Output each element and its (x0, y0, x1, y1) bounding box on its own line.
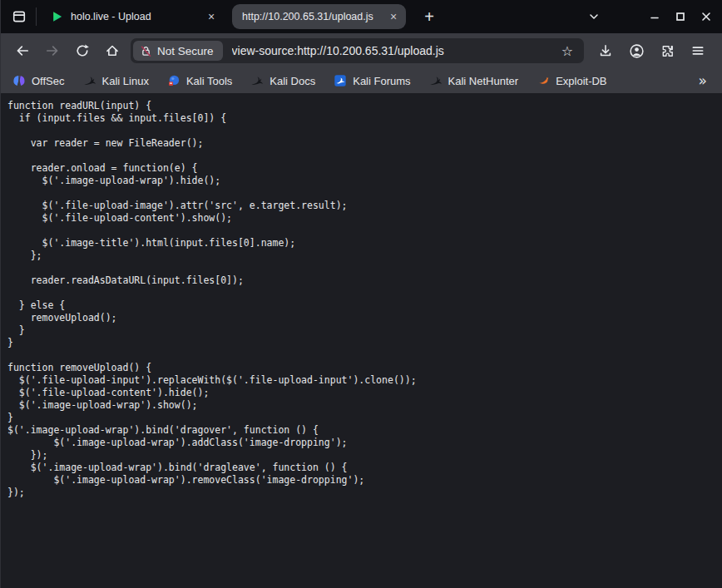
kali-tools-icon (167, 74, 180, 87)
maximize-button[interactable] (675, 11, 686, 22)
minimize-button[interactable] (649, 11, 660, 22)
tab-search-button[interactable] (7, 4, 32, 29)
kali-dragon-icon (429, 74, 443, 87)
forward-arrow-icon (45, 43, 60, 58)
bookmark-label: OffSec (32, 75, 65, 87)
bookmark-offsec[interactable]: OffSec (12, 74, 65, 87)
tab-close-icon[interactable]: × (386, 9, 401, 24)
bookmarks-overflow-chevron-icon[interactable]: » (699, 72, 707, 89)
back-button[interactable] (9, 37, 36, 64)
browser-menu-button[interactable] (685, 37, 711, 64)
close-window-button[interactable] (700, 11, 712, 22)
bookmark-kali-docs[interactable]: Kali Docs (250, 74, 315, 87)
bookmark-kali-tools[interactable]: Kali Tools (167, 74, 232, 87)
chevron-down-icon (587, 10, 601, 23)
tab-holo-live[interactable]: holo.live - Upload × (41, 0, 225, 33)
url-text: view-source:http://10.200.65.31/upload.j… (232, 44, 557, 57)
offsec-icon (12, 74, 26, 87)
bookmarks-bar: OffSec Kali Linux Kali Tools (1, 68, 722, 93)
bookmark-star-icon[interactable]: ☆ (557, 41, 577, 61)
bookmark-label: Kali Forums (353, 75, 410, 87)
reload-button[interactable] (69, 37, 96, 64)
reload-icon (75, 43, 90, 58)
forward-button[interactable] (39, 37, 66, 64)
bookmark-kali-linux[interactable]: Kali Linux (83, 74, 149, 87)
window-controls (649, 11, 712, 22)
navigation-toolbar: Not Secure view-source:http://10.200.65.… (1, 33, 722, 68)
toolbar-right-buttons (592, 37, 715, 64)
maximize-icon (675, 12, 685, 22)
insecure-lock-slash-icon (140, 45, 152, 57)
security-chip-label: Not Secure (157, 45, 214, 57)
extensions-puzzle-icon (660, 44, 675, 58)
back-arrow-icon (15, 43, 30, 58)
new-tab-button[interactable]: + (418, 5, 441, 28)
close-window-icon (701, 12, 711, 22)
source-code: function readURL(input) { if (input.file… (7, 100, 722, 499)
profile-icon (629, 43, 645, 59)
tab-title: http://10.200.65.31/upload.js (242, 11, 381, 22)
bookmark-kali-nethunter[interactable]: Kali NetHunter (429, 74, 519, 87)
bookmark-label: Kali Linux (102, 75, 149, 87)
browser-window: holo.live - Upload × http://10.200.65.31… (0, 0, 722, 588)
holo-live-favicon-play-icon (51, 10, 64, 23)
tab-divider (36, 7, 37, 26)
tab-upload-js-active[interactable]: http://10.200.65.31/upload.js × (232, 4, 406, 29)
address-bar[interactable]: Not Secure view-source:http://10.200.65.… (131, 38, 584, 63)
tab-close-icon[interactable]: × (204, 9, 219, 24)
extensions-button[interactable] (654, 37, 680, 64)
bookmark-exploit-db[interactable]: Exploit-DB (537, 74, 606, 87)
bookmark-label: Kali NetHunter (448, 75, 519, 87)
bookmark-kali-forums[interactable]: Kali Forums (334, 74, 410, 87)
home-icon (105, 43, 120, 58)
kali-dragon-icon (83, 74, 96, 87)
bookmark-label: Kali Docs (270, 75, 315, 87)
tab-title: holo.live - Upload (71, 11, 199, 22)
bookmark-label: Kali Tools (186, 75, 232, 87)
profile-button[interactable] (623, 37, 650, 64)
tab-search-icon (12, 9, 27, 24)
kali-forums-icon (334, 74, 347, 87)
not-secure-chip[interactable]: Not Secure (133, 41, 223, 61)
downloads-button[interactable] (592, 37, 619, 64)
minimize-icon (650, 12, 660, 22)
bookmark-label: Exploit-DB (556, 75, 606, 87)
tab-list-dropdown-button[interactable] (582, 5, 606, 28)
hamburger-menu-icon (690, 43, 705, 58)
download-icon (598, 43, 613, 58)
exploit-db-icon (537, 74, 550, 87)
kali-dragon-icon (250, 74, 264, 87)
tab-strip: holo.live - Upload × http://10.200.65.31… (1, 0, 722, 33)
page-content: function readURL(input) { if (input.file… (1, 93, 722, 588)
home-button[interactable] (99, 37, 126, 64)
